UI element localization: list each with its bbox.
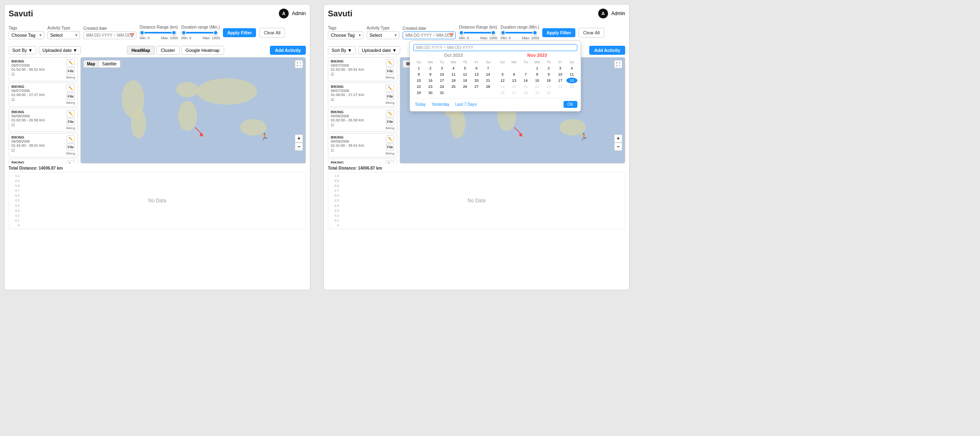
p-d29[interactable]: 29 [413,90,424,96]
p-d10[interactable]: 10 [437,72,448,77]
activity-item-1-left[interactable]: BIKING 06/07/2006 01:09:00 - 27.27 Km ☑ … [9,83,78,107]
p-d4[interactable]: 4 [448,65,459,71]
p-d22[interactable]: 22 [413,84,424,89]
file-button-3-right[interactable]: File [386,143,394,151]
c-d3[interactable]: 3 [555,65,566,71]
edit-icon-3-right[interactable]: ✏️ [386,135,394,143]
zoom-in-right[interactable]: + [614,134,622,143]
p-d17[interactable]: 17 [437,78,448,83]
c-d2[interactable]: 2 [543,65,554,71]
date-input-left[interactable] [83,31,136,39]
apply-filter-button-right[interactable]: Apply Filter [542,28,575,37]
edit-icon-2-left[interactable]: ✏️ [67,110,75,117]
zoom-in-left[interactable]: + [295,134,303,143]
c-d10[interactable]: 10 [555,72,566,77]
activity-item-3-right[interactable]: BIKING 06/09/2006 01:41:00 - 39.01 Km ☑ … [328,133,397,157]
p-d5[interactable]: 5 [459,65,470,71]
p-d15[interactable]: 15 [413,78,424,83]
c-d15[interactable]: 15 [532,78,543,83]
p-d9[interactable]: 9 [425,72,436,77]
activity-item-4-left[interactable]: BIKING 06/07/2006 01:52:00 - 50.51 Km ✏️… [9,159,78,163]
p-d12[interactable]: 12 [459,72,470,77]
shortcut-yesterday[interactable]: Yesterday [430,101,451,107]
uploaded-date-button-left[interactable]: Uploaded date ▼ [39,46,81,54]
p-d3[interactable]: 3 [437,65,448,71]
edit-icon-1-left[interactable]: ✏️ [67,85,75,92]
date-input-right[interactable] [403,31,456,39]
edit-icon-1-right[interactable]: ✏️ [386,85,394,92]
c-d7[interactable]: 7 [520,72,531,77]
activity-item-0-right[interactable]: BIKING 06/07/2006 01:52:00 - 50.51 Km ☑ … [328,57,397,81]
fullscreen-icon-right[interactable]: ⛶ [614,60,622,68]
distance-slider-left[interactable] [140,32,176,34]
file-button-0-left[interactable]: File [67,67,75,75]
p-d26[interactable]: 26 [459,84,470,89]
shortcut-last7[interactable]: Last 7 Days [454,101,479,107]
map-tab-satellite-left[interactable]: Satellite [99,60,120,67]
c-d9[interactable]: 9 [543,72,554,77]
p-d25[interactable]: 25 [448,84,459,89]
edit-icon-3-left[interactable]: ✏️ [67,135,75,143]
p-d14[interactable]: 14 [483,72,494,77]
c-d11[interactable]: 11 [566,72,577,77]
p-d31[interactable]: 31 [437,90,448,96]
p-d30[interactable]: 30 [425,90,436,96]
edit-icon-4-right[interactable]: ✏️ [386,161,394,163]
p-d21[interactable]: 21 [483,78,494,83]
c-d8[interactable]: 8 [532,72,543,77]
p-d24[interactable]: 24 [437,84,448,89]
tags-select-left[interactable]: Choose Tag [9,31,44,39]
activity-item-2-left[interactable]: BIKING 06/08/2006 01:02:00 - 26.58 Km ☑ … [9,108,78,132]
distance-thumb-left-left[interactable] [140,30,145,35]
activity-item-0-left[interactable]: BIKING 06/07/2006 01:52:00 - 50.51 Km ☑ … [9,57,78,81]
c-d12[interactable]: 12 [497,78,508,83]
duration-slider-right[interactable] [501,32,537,34]
activity-item-3-left[interactable]: BIKING 06/09/2006 01:41:00 - 39.01 Km ☑ … [9,133,78,157]
c-d13[interactable]: 13 [508,78,519,83]
p-d20[interactable]: 20 [471,78,482,83]
activity-item-1-right[interactable]: BIKING 06/07/2006 01:09:00 - 27.27 Km ☑ … [328,83,397,107]
file-button-2-right[interactable]: File [386,118,394,125]
p-d16[interactable]: 16 [425,78,436,83]
sort-by-button-right[interactable]: Sort By ▼ [328,46,356,54]
apply-filter-button-left[interactable]: Apply Filter [223,28,256,37]
p-d23[interactable]: 23 [425,84,436,89]
p-d19[interactable]: 19 [459,78,470,83]
uploaded-date-button-right[interactable]: Uploaded date ▼ [358,46,400,54]
file-button-0-right[interactable]: File [386,67,394,75]
duration-thumb-left-left[interactable] [181,30,186,35]
distance-thumb-right-right[interactable] [491,30,496,35]
clear-all-button-left[interactable]: Clear All [259,28,285,38]
google-heatmap-tab-left[interactable]: Google Heatmap [181,46,224,55]
p-d6[interactable]: 6 [471,65,482,71]
activity-item-2-right[interactable]: BIKING 06/08/2006 01:02:00 - 26.58 Km ☑ … [328,108,397,132]
add-activity-button-right[interactable]: Add Activity [589,46,625,55]
c-d6[interactable]: 6 [508,72,519,77]
file-button-1-right[interactable]: File [386,93,394,100]
add-activity-button-left[interactable]: Add Activity [270,46,306,55]
c-d17[interactable]: 17 [555,78,566,83]
zoom-out-right[interactable]: − [614,143,622,151]
zoom-out-left[interactable]: − [295,143,303,151]
calendar-ok-button[interactable]: OK [564,101,577,108]
c-d4[interactable]: 4 [566,65,577,71]
cluster-tab-left[interactable]: Cluster [156,46,180,55]
edit-icon-4-left[interactable]: ✏️ [67,161,75,163]
edit-icon-0-left[interactable]: ✏️ [67,59,75,67]
c-d5[interactable]: 5 [497,72,508,77]
duration-thumb-left-right[interactable] [501,30,506,35]
tags-select-right[interactable]: Choose Tag [328,31,363,39]
c-d16[interactable]: 16 [543,78,554,83]
c-d18-today[interactable]: 18 [566,78,577,83]
activity-type-select-left[interactable]: Select [47,31,80,39]
activity-item-4-right[interactable]: BIKING 06/07/2006 01:52:00 - 50.51 Km ✏️… [328,159,397,163]
clear-all-button-right[interactable]: Clear All [579,28,604,38]
file-button-1-left[interactable]: File [67,93,75,100]
edit-icon-2-right[interactable]: ✏️ [386,110,394,117]
p-d2[interactable]: 2 [425,65,436,71]
duration-thumb-right-right[interactable] [532,30,537,35]
heatmap-tab-left[interactable]: HeatMap [127,46,155,55]
fullscreen-icon-left[interactable]: ⛶ [295,60,303,68]
file-button-2-left[interactable]: File [67,118,75,125]
c-d14[interactable]: 14 [520,78,531,83]
